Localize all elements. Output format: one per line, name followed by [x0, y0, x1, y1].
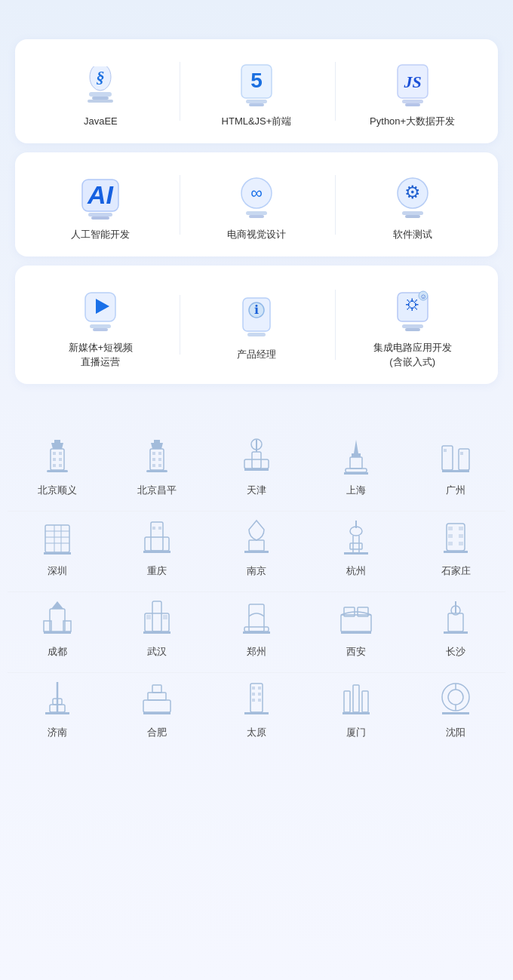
- svg-text:☺: ☺: [419, 293, 426, 300]
- city-item-guangzhou[interactable]: 广州: [406, 438, 505, 497]
- svg-rect-127: [152, 685, 161, 693]
- svg-rect-135: [258, 693, 261, 696]
- svg-text:∞: ∞: [250, 183, 263, 202]
- city-item-hangzhou[interactable]: 杭州: [306, 519, 406, 578]
- city-item-nanjing[interactable]: 南京: [207, 519, 306, 578]
- svg-text:§: §: [97, 68, 105, 87]
- svg-rect-58: [146, 470, 167, 472]
- svg-rect-107: [152, 601, 161, 631]
- ai-label: 人工智能开发: [71, 228, 130, 241]
- svg-rect-42: [53, 452, 56, 455]
- svg-rect-49: [154, 440, 160, 443]
- svg-rect-57: [158, 464, 161, 467]
- svg-rect-51: [150, 449, 164, 470]
- shanghai-icon: [336, 438, 376, 478]
- svg-rect-93: [344, 552, 368, 555]
- city-item-shenzhen[interactable]: 深圳: [8, 519, 107, 578]
- svg-rect-87: [244, 551, 269, 553]
- svg-text:AI: AI: [87, 180, 115, 209]
- city-item-tianjin[interactable]: 天津: [207, 438, 306, 497]
- city-item-xian[interactable]: 西安: [306, 600, 406, 659]
- subject-item-ai[interactable]: AI 人工智能开发: [23, 167, 178, 241]
- svg-rect-115: [341, 615, 371, 631]
- svg-marker-50: [151, 443, 163, 449]
- city-item-chengdu[interactable]: 成都: [8, 600, 107, 659]
- city-item-taiyuan[interactable]: 太原: [207, 680, 306, 739]
- xiamen-icon: [336, 680, 376, 720]
- svg-rect-109: [146, 615, 151, 619]
- svg-rect-56: [152, 464, 155, 467]
- svg-rect-7: [246, 100, 267, 103]
- city-item-xiamen[interactable]: 厦门: [306, 680, 406, 739]
- city-item-shijiazhuang[interactable]: 石家庄: [406, 519, 505, 578]
- tianjin-label: 天津: [247, 484, 266, 497]
- svg-text:⚙: ⚙: [404, 182, 421, 202]
- shenzhen-label: 深圳: [48, 564, 67, 578]
- city-item-zhengzhou[interactable]: 郑州: [207, 600, 306, 659]
- svg-rect-74: [45, 525, 69, 552]
- svg-rect-81: [151, 522, 163, 551]
- svg-rect-121: [448, 613, 463, 631]
- city-item-chongqing[interactable]: 重庆: [107, 519, 207, 578]
- subject-item-product[interactable]: ℹ 产品经理: [180, 287, 334, 361]
- circuit-icon: ⛭ ☺: [382, 281, 443, 333]
- city-item-changsha[interactable]: 长沙: [406, 600, 505, 659]
- shenyang-label: 沈阳: [446, 726, 465, 739]
- subject-item-javaee[interactable]: § JavaEE: [23, 54, 178, 128]
- svg-rect-137: [258, 699, 261, 702]
- svg-rect-130: [143, 712, 170, 714]
- svg-rect-53: [158, 452, 161, 455]
- subjects-row-0: § JavaEE 5 HTML&JS+前端 JS Python+大数据开发: [15, 39, 498, 143]
- html-label: HTML&JS+前端: [222, 115, 292, 128]
- svg-rect-113: [244, 627, 269, 631]
- subject-item-ecom[interactable]: ∞ 电商视觉设计: [180, 167, 334, 241]
- city-item-shanghai[interactable]: 上海: [306, 438, 406, 497]
- subject-item-media[interactable]: 新媒体+短视频 直播运营: [23, 281, 178, 368]
- svg-rect-129: [143, 700, 170, 712]
- xian-label: 西安: [346, 645, 366, 659]
- shijiazhuang-icon: [436, 519, 475, 558]
- svg-rect-47: [59, 464, 62, 467]
- hefei-icon: [137, 680, 177, 720]
- subject-item-test[interactable]: ⚙ 软件测试: [335, 167, 490, 241]
- subject-item-python[interactable]: JS Python+大数据开发: [335, 54, 490, 128]
- svg-rect-8: [249, 103, 264, 106]
- changsha-icon: [436, 600, 475, 639]
- svg-rect-86: [249, 540, 264, 551]
- python-icon: JS: [382, 54, 443, 107]
- guangzhou-label: 广州: [446, 484, 465, 497]
- beijing-changping-icon: [137, 438, 177, 478]
- beijing-changping-label: 北京昌平: [137, 484, 177, 497]
- svg-rect-95: [448, 527, 453, 530]
- svg-rect-141: [362, 691, 368, 712]
- city-item-wuhan[interactable]: 武汉: [107, 600, 207, 659]
- ecom-label: 电商视觉设计: [227, 228, 286, 241]
- svg-rect-3: [92, 97, 109, 100]
- changsha-label: 长沙: [446, 645, 465, 659]
- svg-rect-32: [247, 333, 266, 336]
- svg-rect-99: [448, 542, 453, 545]
- svg-rect-101: [444, 551, 468, 553]
- city-item-shenyang[interactable]: 沈阳: [406, 680, 505, 739]
- city-item-beijing-shunyi[interactable]: 北京顺义: [8, 438, 107, 497]
- svg-rect-96: [459, 527, 463, 530]
- subject-item-circuit[interactable]: ⛭ ☺ 集成电路应用开发 (含嵌入式): [335, 281, 490, 368]
- taiyuan-label: 太原: [247, 726, 266, 739]
- svg-rect-126: [45, 712, 69, 714]
- city-item-hefei[interactable]: 合肥: [107, 680, 207, 739]
- subjects-row-2: 新媒体+短视频 直播运营 ℹ 产品经理 ⛭ ☺ 集成电路应用开发 (含嵌入式): [15, 266, 498, 383]
- svg-rect-27: [90, 324, 111, 328]
- city-item-jinan[interactable]: 济南: [8, 680, 107, 739]
- chongqing-icon: [137, 519, 177, 558]
- svg-rect-39: [54, 440, 60, 443]
- svg-rect-72: [460, 452, 463, 455]
- svg-rect-43: [59, 452, 62, 455]
- wuhan-label: 武汉: [147, 645, 167, 659]
- city-item-beijing-changping[interactable]: 北京昌平: [107, 438, 207, 497]
- svg-rect-19: [246, 211, 267, 215]
- taiyuan-icon: [237, 680, 276, 720]
- shenyang-icon: [436, 680, 475, 720]
- shijiazhuang-label: 石家庄: [441, 564, 471, 578]
- circuit-label: 集成电路应用开发 (含嵌入式): [373, 341, 452, 368]
- subject-item-html[interactable]: 5 HTML&JS+前端: [180, 54, 334, 128]
